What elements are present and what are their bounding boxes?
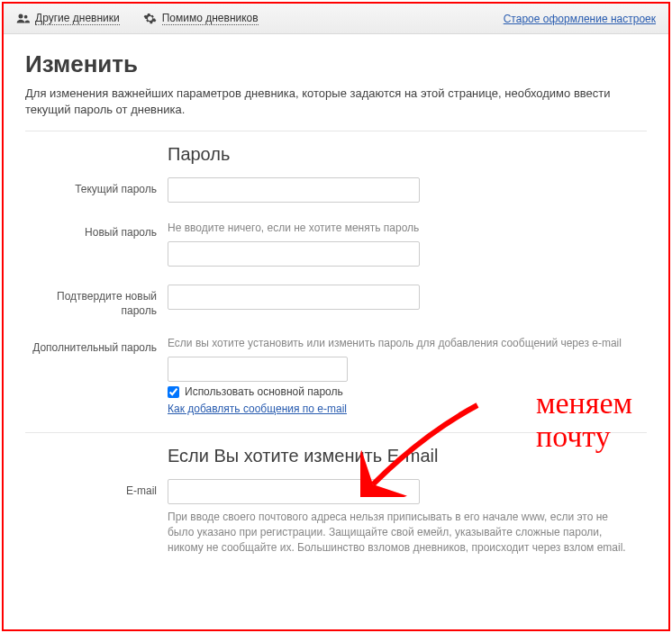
confirm-password-input[interactable] [168,285,420,310]
svg-point-0 [19,14,23,19]
current-password-label: Текущий пароль [25,177,168,197]
email-label: E-mail [25,479,168,499]
svg-point-1 [24,15,28,19]
new-password-hint: Не вводите ничего, если не хотите менять… [168,221,627,236]
nav-besides-diaries-label: Помимо дневников [162,12,259,25]
nav-besides-diaries[interactable]: Помимо дневников [143,12,259,25]
nav-other-diaries[interactable]: Другие дневники [16,12,120,25]
extra-password-hint: Если вы хотите установить или изменить п… [168,336,627,351]
email-hint: При вводе своего почтового адреса нельзя… [168,510,627,555]
password-section-title: Пароль [168,144,647,165]
new-password-label: Новый пароль [25,221,168,240]
email-posting-help-link[interactable]: Как добавлять сообщения по e-mail [168,402,347,415]
use-main-password-checkbox[interactable] [168,386,179,398]
page-description: Для изменения важнейших параметров дневн… [25,86,647,131]
use-main-password-label: Использовать основной пароль [185,385,343,398]
old-settings-link[interactable]: Старое оформление настроек [504,13,656,25]
section-divider [25,432,647,433]
email-input[interactable] [168,479,420,504]
nav-other-diaries-label: Другие дневники [35,12,120,25]
extra-password-label: Дополнительный пароль [25,336,168,356]
confirm-password-label: Подтвердите новый пароль [25,285,168,318]
new-password-input[interactable] [168,241,420,267]
topbar: Другие дневники Помимо дневников Старое … [4,4,668,34]
extra-password-input[interactable] [168,357,348,382]
people-icon [16,12,30,25]
page-title: Изменить [25,50,647,78]
current-password-input[interactable] [168,177,420,203]
gear-icon [143,12,157,25]
email-section-title: Если Вы хотите изменить E-mail [168,446,647,466]
